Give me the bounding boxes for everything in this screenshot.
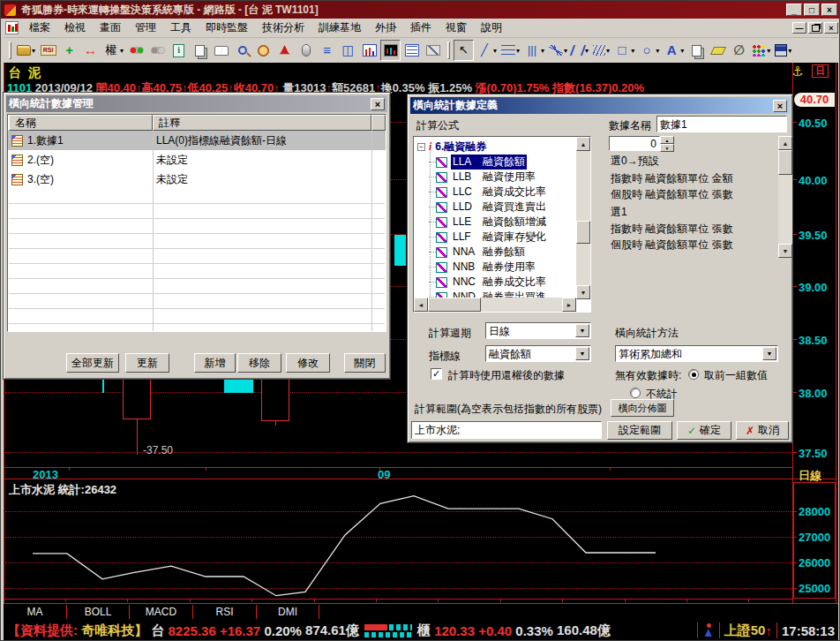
distribution-button[interactable]: 橫向分佈圖	[611, 399, 674, 417]
update-all-button[interactable]: 全部更新	[66, 353, 119, 373]
palette-icon[interactable]: ▾	[750, 40, 772, 61]
fan-tool-icon[interactable]: ▾	[547, 40, 569, 61]
ok-button[interactable]: ✓ 確定	[677, 421, 731, 440]
indicator-line-combo[interactable]: 融資餘額 ▼	[485, 345, 591, 362]
mouse-settings-icon[interactable]	[296, 40, 316, 61]
menu-item-5[interactable]: 即時監盤	[199, 18, 255, 38]
tree-item-llf[interactable]: LLF融資庫存變化	[415, 230, 577, 245]
menu-item-1[interactable]: 檢視	[57, 18, 93, 38]
scroll-down-icon[interactable]: ▼	[576, 285, 590, 299]
info-scroll-up-icon[interactable]: ▲	[778, 136, 792, 150]
line-tool-icon[interactable]: ╱▾	[475, 40, 499, 61]
monitor-lights-icon[interactable]	[126, 40, 146, 61]
rect-tool-icon[interactable]: □▾	[612, 40, 636, 61]
scroll-thumb[interactable]	[576, 221, 590, 244]
mdi-restore-button[interactable]	[808, 22, 822, 34]
stock-info-icon[interactable]: i	[169, 40, 189, 61]
radio-no-stat[interactable]	[630, 388, 641, 398]
indicator-tab-dmi[interactable]: DMI	[257, 605, 319, 619]
set-range-button[interactable]: 設定範圍	[607, 421, 672, 440]
period-combo[interactable]: 日線 ▼	[485, 322, 591, 339]
define-dialog-titlebar[interactable]: 橫向統計數據定義 ×	[410, 97, 790, 114]
remove-button[interactable]: 移除	[237, 353, 281, 373]
close-button[interactable]: ×	[821, 4, 837, 16]
trend-tool-icon[interactable]: ▾	[499, 40, 521, 61]
cancel-button[interactable]: ✗ 取消	[736, 421, 789, 440]
menu-item-9[interactable]: 插件	[403, 18, 439, 38]
menu-item-3[interactable]: 管理	[128, 18, 163, 38]
maximize-button[interactable]: □	[804, 4, 820, 16]
scroll-up-icon[interactable]: ▲	[576, 137, 590, 151]
tree-vscrollbar[interactable]: ▲ ▼	[576, 137, 590, 299]
scroll-left-icon[interactable]: ◄	[414, 298, 428, 312]
menu-item-10[interactable]: 視窗	[439, 18, 474, 38]
line-combo-arrow-icon[interactable]: ▼	[575, 347, 589, 360]
cursor-tool-icon[interactable]: ↖	[454, 40, 474, 61]
pan-mode-icon[interactable]: +	[59, 40, 79, 61]
hscroll-thumb[interactable]	[428, 298, 481, 312]
period-day-icon[interactable]: 日	[812, 64, 829, 78]
modify-button[interactable]: 修改	[286, 353, 330, 373]
menu-item-4[interactable]: 工具	[163, 18, 199, 38]
mdi-minimize-button[interactable]: —	[792, 22, 806, 34]
tree-group-row[interactable]: − i 6.融資融券	[414, 140, 590, 155]
table-row[interactable]: 1.數據1LLA(0)指標線融資餘額-日線	[8, 131, 386, 150]
tree-item-nna[interactable]: NNA融券餘額	[415, 245, 577, 260]
table-row[interactable]: 2.(空)未設定	[8, 150, 386, 170]
menu-item-7[interactable]: 訓練基地	[311, 18, 368, 38]
info-vscrollbar[interactable]: ▲ ▼	[778, 136, 792, 258]
define-dialog-close-icon[interactable]: ×	[773, 100, 787, 112]
indicator-tab-boll[interactable]: BOLL	[67, 605, 130, 619]
scroll-right-icon[interactable]: ►	[562, 298, 576, 312]
menu-item-11[interactable]: 說明	[474, 18, 509, 38]
open-stock-icon[interactable]: ▾	[15, 40, 37, 61]
indicator-tab-rsi[interactable]: RSI	[193, 605, 257, 619]
mini-window-icon[interactable]	[423, 40, 443, 61]
tree-item-llb[interactable]: LLB融資使用率	[415, 170, 577, 185]
vline-tool-icon[interactable]: |||▾	[522, 40, 546, 61]
menu-item-6[interactable]: 技術分析	[255, 18, 311, 38]
manager-dialog-close-icon[interactable]: ×	[371, 98, 385, 110]
ellipse-tool-icon[interactable]: ○▾	[637, 40, 661, 61]
spin-up-icon[interactable]: ▲	[660, 136, 674, 144]
toolbar-handle-2[interactable]	[447, 41, 450, 59]
anchor-tool-icon[interactable]: ⚓	[791, 64, 803, 79]
menu-item-8[interactable]: 外掛	[368, 18, 403, 38]
save-icon[interactable]: ▾	[773, 40, 793, 61]
spin-down-icon[interactable]: ▼	[660, 144, 674, 152]
tree-item-nnb[interactable]: NNB融券使用率	[415, 260, 577, 275]
tree-item-nnc[interactable]: NNC融券成交比率	[415, 275, 577, 290]
hide-drawings-icon[interactable]: ∅	[729, 40, 749, 61]
restored-data-checkbox[interactable]: ✓	[431, 368, 442, 380]
text-tool-icon[interactable]: A▾	[662, 40, 686, 61]
data-name-input[interactable]: 數據1	[656, 116, 787, 132]
minimize-button[interactable]: _	[786, 4, 802, 16]
update-button[interactable]: 更新	[125, 353, 169, 373]
method-combo[interactable]: 算術累加總和 ▼	[615, 345, 778, 362]
search-icon[interactable]	[232, 40, 252, 61]
indicator-tab-ma[interactable]: MA	[4, 605, 67, 619]
quote-list-icon[interactable]: ≡	[317, 40, 337, 61]
toolbar-handle[interactable]	[9, 41, 11, 59]
method-combo-arrow-icon[interactable]: ▼	[762, 347, 776, 360]
tree-hscrollbar[interactable]: ◄ ►	[414, 298, 576, 312]
rsi-indicator-icon[interactable]: RSI	[38, 40, 58, 61]
mdi-child-icon[interactable]	[5, 21, 19, 34]
table-row[interactable]: 3.(空)未設定	[8, 170, 386, 189]
alert-bell-icon[interactable]	[274, 40, 295, 61]
tree-item-lld[interactable]: LLD融資買進賣出	[415, 200, 577, 215]
info-scroll-down-icon[interactable]: ▼	[778, 244, 792, 258]
manager-dialog-titlebar[interactable]: 橫向統計數據管理 ×	[6, 95, 387, 112]
menu-item-0[interactable]: 檔案	[22, 18, 57, 38]
add-button[interactable]: 新增	[194, 353, 236, 373]
column-header-note[interactable]: 註釋	[153, 115, 371, 131]
column-header-name[interactable]: 名稱	[9, 115, 153, 131]
mdi-close-button[interactable]: ×	[824, 22, 838, 34]
column-header-blank[interactable]	[371, 115, 386, 131]
alarm-icon[interactable]	[253, 40, 274, 61]
channel-tool-icon[interactable]: ▾	[570, 40, 590, 61]
eraser-icon[interactable]	[708, 40, 728, 61]
collapse-icon[interactable]: −	[417, 143, 425, 151]
tree-item-lle[interactable]: LLE融資餘額增減	[415, 215, 577, 230]
trend-window-icon[interactable]	[359, 40, 379, 61]
